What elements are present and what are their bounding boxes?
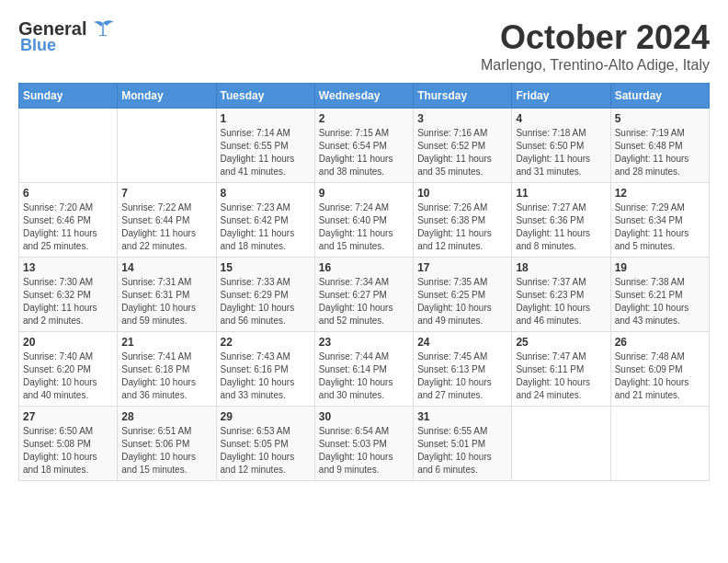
day-detail: Sunrise: 6:54 AM Sunset: 5:03 PM Dayligh…: [319, 425, 409, 477]
calendar-cell: [512, 407, 610, 481]
day-detail: Sunrise: 7:30 AM Sunset: 6:32 PM Dayligh…: [23, 276, 113, 327]
day-number: 2: [319, 112, 409, 125]
day-detail: Sunrise: 6:53 AM Sunset: 5:05 PM Dayligh…: [221, 425, 311, 477]
logo: General Blue: [18, 18, 116, 55]
day-number: 8: [221, 187, 311, 200]
calendar-cell: 13Sunrise: 7:30 AM Sunset: 6:32 PM Dayli…: [19, 258, 118, 332]
calendar-cell: 24Sunrise: 7:45 AM Sunset: 6:13 PM Dayli…: [414, 332, 512, 407]
day-number: 26: [615, 336, 705, 349]
calendar-cell: 27Sunrise: 6:50 AM Sunset: 5:08 PM Dayli…: [19, 407, 118, 481]
day-detail: Sunrise: 7:41 AM Sunset: 6:18 PM Dayligh…: [121, 350, 211, 402]
day-detail: Sunrise: 7:14 AM Sunset: 6:55 PM Dayligh…: [221, 127, 311, 178]
day-number: 31: [417, 410, 507, 423]
calendar-cell: 18Sunrise: 7:37 AM Sunset: 6:23 PM Dayli…: [512, 258, 610, 332]
logo-bird-icon: [90, 19, 116, 40]
day-number: 16: [319, 261, 409, 274]
calendar-cell: [19, 109, 118, 183]
day-detail: Sunrise: 7:47 AM Sunset: 6:11 PM Dayligh…: [516, 350, 606, 402]
day-detail: Sunrise: 7:22 AM Sunset: 6:44 PM Dayligh…: [121, 201, 211, 253]
calendar-cell: 30Sunrise: 6:54 AM Sunset: 5:03 PM Dayli…: [314, 407, 413, 481]
calendar-cell: 15Sunrise: 7:33 AM Sunset: 6:29 PM Dayli…: [216, 258, 314, 332]
logo-blue: Blue: [20, 36, 56, 55]
day-detail: Sunrise: 7:18 AM Sunset: 6:50 PM Dayligh…: [516, 127, 606, 178]
calendar-cell: 11Sunrise: 7:27 AM Sunset: 6:36 PM Dayli…: [512, 183, 610, 258]
day-number: 21: [121, 336, 211, 349]
day-number: 27: [23, 410, 113, 423]
day-header-saturday: Saturday: [610, 84, 709, 109]
calendar-cell: 1Sunrise: 7:14 AM Sunset: 6:55 PM Daylig…: [216, 109, 314, 183]
day-detail: Sunrise: 6:51 AM Sunset: 5:06 PM Dayligh…: [121, 425, 211, 477]
day-detail: Sunrise: 7:37 AM Sunset: 6:23 PM Dayligh…: [516, 276, 606, 327]
calendar-cell: 29Sunrise: 6:53 AM Sunset: 5:05 PM Dayli…: [216, 407, 314, 481]
calendar-week-4: 20Sunrise: 7:40 AM Sunset: 6:20 PM Dayli…: [19, 332, 710, 407]
day-number: 6: [23, 187, 113, 200]
day-header-thursday: Thursday: [414, 84, 512, 109]
calendar-cell: 22Sunrise: 7:43 AM Sunset: 6:16 PM Dayli…: [216, 332, 314, 407]
day-header-sunday: Sunday: [19, 84, 118, 109]
month-title: October 2024: [481, 18, 710, 57]
day-number: 10: [417, 187, 507, 200]
day-detail: Sunrise: 7:29 AM Sunset: 6:34 PM Dayligh…: [615, 201, 705, 253]
day-detail: Sunrise: 7:19 AM Sunset: 6:48 PM Dayligh…: [615, 127, 705, 178]
day-detail: Sunrise: 7:23 AM Sunset: 6:42 PM Dayligh…: [221, 201, 311, 253]
day-number: 14: [121, 261, 211, 274]
calendar-cell: 14Sunrise: 7:31 AM Sunset: 6:31 PM Dayli…: [118, 258, 216, 332]
day-number: 18: [516, 261, 606, 274]
calendar-cell: 9Sunrise: 7:24 AM Sunset: 6:40 PM Daylig…: [314, 183, 413, 258]
calendar-cell: 7Sunrise: 7:22 AM Sunset: 6:44 PM Daylig…: [118, 183, 216, 258]
calendar-cell: [118, 109, 216, 183]
day-number: 7: [121, 187, 211, 200]
day-number: 17: [417, 261, 507, 274]
calendar-cell: [610, 407, 709, 481]
day-number: 20: [23, 336, 113, 349]
calendar-cell: 8Sunrise: 7:23 AM Sunset: 6:42 PM Daylig…: [216, 183, 314, 258]
day-number: 9: [319, 187, 409, 200]
calendar-cell: 2Sunrise: 7:15 AM Sunset: 6:54 PM Daylig…: [314, 109, 413, 183]
calendar-cell: 10Sunrise: 7:26 AM Sunset: 6:38 PM Dayli…: [414, 183, 512, 258]
day-detail: Sunrise: 7:35 AM Sunset: 6:25 PM Dayligh…: [417, 276, 507, 327]
day-detail: Sunrise: 7:43 AM Sunset: 6:16 PM Dayligh…: [221, 350, 311, 402]
calendar-cell: 25Sunrise: 7:47 AM Sunset: 6:11 PM Dayli…: [512, 332, 610, 407]
calendar-week-2: 6Sunrise: 7:20 AM Sunset: 6:46 PM Daylig…: [19, 183, 710, 258]
day-number: 28: [121, 410, 211, 423]
day-detail: Sunrise: 7:45 AM Sunset: 6:13 PM Dayligh…: [417, 350, 507, 402]
calendar-cell: 16Sunrise: 7:34 AM Sunset: 6:27 PM Dayli…: [314, 258, 413, 332]
day-header-monday: Monday: [118, 84, 216, 109]
day-number: 11: [516, 187, 606, 200]
calendar-cell: 21Sunrise: 7:41 AM Sunset: 6:18 PM Dayli…: [118, 332, 216, 407]
day-detail: Sunrise: 7:34 AM Sunset: 6:27 PM Dayligh…: [319, 276, 409, 327]
calendar-cell: 17Sunrise: 7:35 AM Sunset: 6:25 PM Dayli…: [414, 258, 512, 332]
calendar-cell: 26Sunrise: 7:48 AM Sunset: 6:09 PM Dayli…: [610, 332, 709, 407]
calendar-week-3: 13Sunrise: 7:30 AM Sunset: 6:32 PM Dayli…: [19, 258, 710, 332]
calendar-week-1: 1Sunrise: 7:14 AM Sunset: 6:55 PM Daylig…: [19, 109, 710, 183]
day-number: 23: [319, 336, 409, 349]
title-block: October 2024 Marlengo, Trentino-Alto Adi…: [481, 18, 710, 74]
day-number: 25: [516, 336, 606, 349]
calendar-week-5: 27Sunrise: 6:50 AM Sunset: 5:08 PM Dayli…: [19, 407, 710, 481]
day-header-tuesday: Tuesday: [216, 84, 314, 109]
day-detail: Sunrise: 7:40 AM Sunset: 6:20 PM Dayligh…: [23, 350, 113, 402]
day-number: 3: [417, 112, 507, 125]
day-detail: Sunrise: 6:50 AM Sunset: 5:08 PM Dayligh…: [23, 425, 113, 477]
day-number: 19: [615, 261, 705, 274]
day-detail: Sunrise: 7:44 AM Sunset: 6:14 PM Dayligh…: [319, 350, 409, 402]
day-number: 24: [417, 336, 507, 349]
day-number: 4: [516, 112, 606, 125]
day-detail: Sunrise: 7:48 AM Sunset: 6:09 PM Dayligh…: [615, 350, 705, 402]
calendar-cell: 31Sunrise: 6:55 AM Sunset: 5:01 PM Dayli…: [414, 407, 512, 481]
day-number: 15: [221, 261, 311, 274]
day-number: 29: [221, 410, 311, 423]
day-detail: Sunrise: 7:26 AM Sunset: 6:38 PM Dayligh…: [417, 201, 507, 253]
day-number: 1: [221, 112, 311, 125]
day-number: 5: [615, 112, 705, 125]
calendar-cell: 20Sunrise: 7:40 AM Sunset: 6:20 PM Dayli…: [19, 332, 118, 407]
day-number: 13: [23, 261, 113, 274]
day-detail: Sunrise: 7:15 AM Sunset: 6:54 PM Dayligh…: [319, 127, 409, 178]
calendar-cell: 23Sunrise: 7:44 AM Sunset: 6:14 PM Dayli…: [314, 332, 413, 407]
location-title: Marlengo, Trentino-Alto Adige, Italy: [481, 57, 710, 74]
calendar-cell: 12Sunrise: 7:29 AM Sunset: 6:34 PM Dayli…: [610, 183, 709, 258]
day-detail: Sunrise: 7:20 AM Sunset: 6:46 PM Dayligh…: [23, 201, 113, 253]
calendar-cell: 19Sunrise: 7:38 AM Sunset: 6:21 PM Dayli…: [610, 258, 709, 332]
calendar-cell: 4Sunrise: 7:18 AM Sunset: 6:50 PM Daylig…: [512, 109, 610, 183]
day-detail: Sunrise: 7:27 AM Sunset: 6:36 PM Dayligh…: [516, 201, 606, 253]
